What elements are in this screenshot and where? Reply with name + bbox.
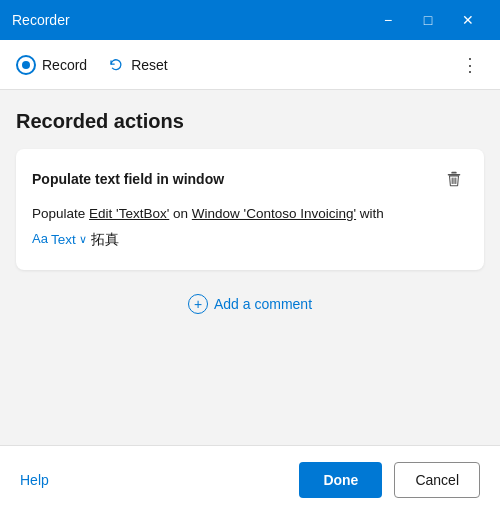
record-label: Record — [42, 57, 87, 73]
edit-textbox-link[interactable]: Edit 'TextBox' — [89, 206, 169, 221]
action-card-header: Populate text field in window — [32, 165, 468, 193]
svg-rect-0 — [451, 172, 456, 174]
footer-left: Help — [20, 471, 287, 489]
main-content: Recorded actions Populate text field in … — [0, 90, 500, 445]
reset-button[interactable]: Reset — [107, 56, 168, 74]
window-controls: − □ ✕ — [368, 4, 488, 36]
footer: Help Done Cancel — [0, 445, 500, 513]
action-description-line: Populate Edit 'TextBox' on Window 'Conto… — [32, 203, 468, 225]
with-label: with — [360, 206, 384, 221]
window-link[interactable]: Window 'Contoso Invoicing' — [192, 206, 356, 221]
reset-label: Reset — [131, 57, 168, 73]
toolbar-left: Record Reset — [16, 55, 456, 75]
text-type-icon: Aa — [32, 229, 48, 250]
text-type-selector[interactable]: Aa Text ∨ — [32, 229, 87, 251]
action-card: Populate text field in window Populate E… — [16, 149, 484, 270]
on-label: on — [173, 206, 188, 221]
action-card-body: Populate Edit 'TextBox' on Window 'Conto… — [32, 203, 468, 250]
record-dot — [22, 61, 30, 69]
title-bar: Recorder − □ ✕ — [0, 0, 500, 40]
text-value: 拓真 — [91, 229, 119, 251]
chevron-down-icon: ∨ — [79, 231, 87, 249]
svg-rect-1 — [448, 174, 461, 175]
populate-prefix: Populate — [32, 206, 85, 221]
delete-button[interactable] — [440, 165, 468, 193]
minimize-button[interactable]: − — [368, 4, 408, 36]
action-card-title: Populate text field in window — [32, 171, 224, 187]
add-comment-icon: + — [188, 294, 208, 314]
toolbar: Record Reset ⋮ — [0, 40, 500, 90]
maximize-button[interactable]: □ — [408, 4, 448, 36]
close-button[interactable]: ✕ — [448, 4, 488, 36]
record-icon — [16, 55, 36, 75]
app-title: Recorder — [12, 12, 368, 28]
cancel-button[interactable]: Cancel — [394, 462, 480, 498]
more-button[interactable]: ⋮ — [456, 51, 484, 79]
add-comment-button[interactable]: + Add a comment — [16, 286, 484, 322]
reset-icon — [107, 56, 125, 74]
record-button[interactable]: Record — [16, 55, 87, 75]
help-link[interactable]: Help — [20, 472, 49, 488]
section-title: Recorded actions — [16, 110, 484, 133]
action-value-line: Aa Text ∨ 拓真 — [32, 229, 468, 251]
add-comment-label: Add a comment — [214, 296, 312, 312]
text-type-label: Text — [51, 229, 76, 251]
done-button[interactable]: Done — [299, 462, 382, 498]
